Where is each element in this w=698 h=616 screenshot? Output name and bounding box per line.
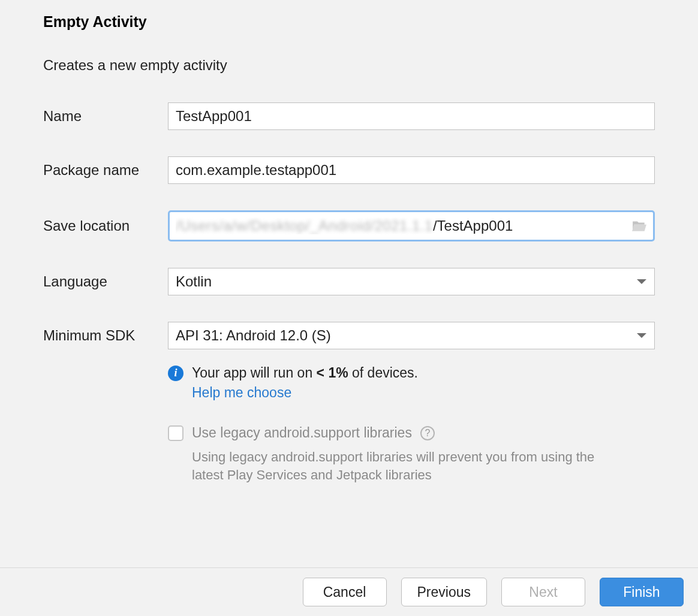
info-percent: < 1% xyxy=(317,365,348,381)
page-subtitle: Creates a new empty activity xyxy=(43,57,655,74)
previous-button[interactable]: Previous xyxy=(401,578,487,606)
save-location-input[interactable]: /Users/a/w/Desktop/_Android/2021.1.1/Tes… xyxy=(168,210,655,241)
language-value: Kotlin xyxy=(176,273,212,290)
save-location-label: Save location xyxy=(43,218,168,234)
name-label: Name xyxy=(43,108,168,125)
help-me-choose-link[interactable]: Help me choose xyxy=(192,385,655,401)
device-coverage-info: i Your app will run on < 1% of devices. xyxy=(168,365,655,381)
dialog-footer: Cancel Previous Next Finish xyxy=(0,567,698,616)
next-button: Next xyxy=(501,578,585,606)
legacy-libraries-label: Use legacy android.support libraries xyxy=(192,425,412,441)
save-location-suffix: /TestApp001 xyxy=(433,218,513,234)
minimum-sdk-label: Minimum SDK xyxy=(43,327,168,344)
package-name-input[interactable] xyxy=(168,156,655,184)
save-location-redacted: /Users/a/w/Desktop/_Android/2021.1.1 xyxy=(176,218,433,234)
info-prefix: Your app will run on xyxy=(192,365,317,381)
page-title: Empty Activity xyxy=(43,13,655,31)
legacy-libraries-hint: Using legacy android.support libraries w… xyxy=(192,448,624,484)
minimum-sdk-value: API 31: Android 12.0 (S) xyxy=(176,327,331,344)
language-label: Language xyxy=(43,273,168,290)
legacy-libraries-checkbox[interactable] xyxy=(168,425,183,441)
cancel-button[interactable]: Cancel xyxy=(303,578,387,606)
language-select[interactable]: Kotlin xyxy=(168,268,655,295)
name-input[interactable] xyxy=(168,102,655,130)
info-suffix: of devices. xyxy=(348,365,418,381)
help-icon[interactable]: ? xyxy=(420,426,435,440)
info-icon: i xyxy=(168,366,183,381)
minimum-sdk-select[interactable]: API 31: Android 12.0 (S) xyxy=(168,322,655,349)
finish-button[interactable]: Finish xyxy=(600,578,684,606)
package-name-label: Package name xyxy=(43,162,168,179)
folder-open-icon[interactable] xyxy=(631,219,647,232)
